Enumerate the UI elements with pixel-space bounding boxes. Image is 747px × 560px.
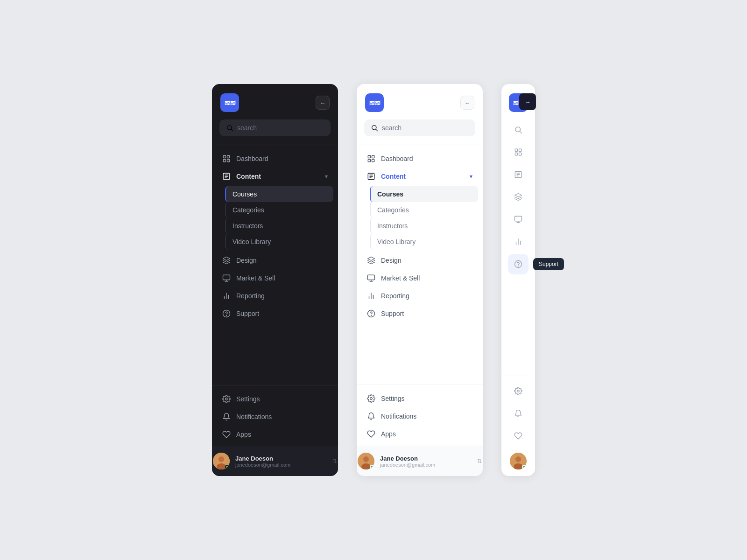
search-box-dark[interactable]: search bbox=[219, 119, 331, 136]
logo-light[interactable]: ≋≋ bbox=[365, 93, 384, 112]
icon-nav-apps[interactable] bbox=[508, 426, 529, 446]
dark-sidebar: ≋≋ ← search Dashboard Content ▾ Courses … bbox=[212, 84, 338, 476]
sidebar-item-support-light[interactable]: Support bbox=[361, 305, 478, 322]
sidebar-item-reporting-dark[interactable]: Reporting bbox=[217, 287, 333, 305]
sidebar-item-label-market-dark: Market & Sell bbox=[236, 274, 328, 282]
svg-rect-23 bbox=[372, 155, 374, 158]
sidebar-item-label-content-dark: Content bbox=[236, 173, 319, 180]
icon-nav-dashboard[interactable] bbox=[508, 142, 529, 162]
sidebar-item-label-support-dark: Support bbox=[236, 310, 328, 317]
icon-nav-search[interactable] bbox=[508, 119, 529, 140]
icon-nav-settings[interactable] bbox=[508, 381, 529, 401]
divider-dark-top bbox=[212, 145, 338, 145]
user-info-light: Jane Doeson janedoeson@gmail.com bbox=[380, 455, 472, 468]
svg-point-58 bbox=[515, 456, 521, 462]
bell-icon-dark bbox=[222, 413, 231, 421]
svg-point-34 bbox=[368, 310, 375, 317]
reporting-icon-light bbox=[367, 292, 375, 300]
expand-button-icon-sidebar[interactable]: → bbox=[519, 93, 536, 110]
svg-point-16 bbox=[226, 398, 228, 400]
bottom-section-dark: Settings Notifications Apps bbox=[212, 385, 338, 443]
submenu-item-categories-light[interactable]: Categories bbox=[370, 202, 478, 218]
user-footer-light[interactable]: Jane Doeson janedoeson@gmail.com ⇅ bbox=[357, 446, 483, 476]
icon-nav-support[interactable]: Support bbox=[508, 254, 529, 274]
dashboard-icon-dark bbox=[222, 154, 231, 163]
sidebar-item-label-reporting-light: Reporting bbox=[381, 292, 472, 300]
icon-nav-notifications[interactable] bbox=[508, 403, 529, 424]
svg-rect-44 bbox=[515, 153, 517, 155]
submenu-item-categories-dark[interactable]: Categories bbox=[225, 202, 333, 218]
design-icon-sidebar bbox=[514, 193, 522, 201]
icon-nav-content[interactable] bbox=[508, 164, 529, 185]
content-icon-dark bbox=[222, 172, 231, 181]
svg-rect-25 bbox=[372, 160, 374, 162]
search-icon-sidebar bbox=[514, 126, 522, 134]
avatar-dark bbox=[213, 453, 230, 469]
sidebar-item-apps-dark[interactable]: Apps bbox=[217, 426, 333, 443]
sidebar-item-content-dark[interactable]: Content ▾ bbox=[217, 168, 333, 185]
avatar-online-dot-dark bbox=[225, 465, 229, 469]
sidebar-item-content-light[interactable]: Content ▾ bbox=[361, 168, 478, 185]
sidebar-item-settings-light[interactable]: Settings bbox=[361, 390, 478, 407]
submenu-item-courses-dark[interactable]: Courses bbox=[225, 186, 333, 202]
divider-light-top bbox=[357, 145, 483, 145]
user-name-dark: Jane Doeson bbox=[235, 455, 327, 462]
sidebar-item-apps-light[interactable]: Apps bbox=[361, 425, 478, 443]
icon-sidebar-header: ≋≋ → bbox=[509, 84, 528, 119]
sidebar-item-label-design-dark: Design bbox=[236, 257, 328, 264]
user-chevron-light[interactable]: ⇅ bbox=[477, 458, 482, 464]
icon-nav-reporting[interactable] bbox=[508, 231, 529, 252]
submenu-item-videolibrary-dark[interactable]: Video Library bbox=[225, 234, 333, 250]
sidebar-item-market-light[interactable]: Market & Sell bbox=[361, 269, 478, 287]
svg-rect-45 bbox=[519, 153, 521, 155]
svg-rect-10 bbox=[223, 275, 230, 280]
search-box-light[interactable]: search bbox=[364, 119, 475, 136]
sidebar-item-label-settings-light: Settings bbox=[381, 395, 472, 402]
avatar-icon-sidebar[interactable] bbox=[510, 453, 527, 469]
user-chevron-dark[interactable]: ⇅ bbox=[332, 458, 337, 464]
icon-nav-market[interactable] bbox=[508, 209, 529, 230]
svg-point-38 bbox=[363, 456, 369, 462]
market-icon-dark bbox=[222, 274, 231, 282]
sidebar-item-label-notifications-dark: Notifications bbox=[236, 413, 328, 420]
svg-point-36 bbox=[370, 398, 373, 400]
svg-rect-24 bbox=[368, 160, 370, 162]
sidebar-item-design-dark[interactable]: Design bbox=[217, 252, 333, 269]
icon-nav-design[interactable] bbox=[508, 187, 529, 207]
submenu-item-courses-light[interactable]: Courses bbox=[370, 186, 478, 202]
sidebar-item-reporting-light[interactable]: Reporting bbox=[361, 287, 478, 305]
sidebar-item-notifications-light[interactable]: Notifications bbox=[361, 407, 478, 425]
support-icon-light bbox=[367, 309, 375, 318]
logo-dark[interactable]: ≋≋ bbox=[220, 93, 239, 112]
svg-point-56 bbox=[517, 390, 520, 392]
sidebar-item-label-market-light: Market & Sell bbox=[381, 274, 472, 282]
light-sidebar-header: ≋≋ ← bbox=[357, 84, 483, 119]
sidebar-item-label-settings-dark: Settings bbox=[236, 395, 328, 403]
collapse-button-dark[interactable]: ← bbox=[316, 96, 330, 110]
search-icon-dark bbox=[226, 124, 233, 132]
design-icon-light bbox=[367, 256, 375, 265]
sidebar-item-support-dark[interactable]: Support bbox=[217, 305, 333, 322]
support-icon-dark bbox=[222, 309, 231, 318]
sidebar-item-dashboard-light[interactable]: Dashboard bbox=[361, 150, 478, 168]
svg-rect-50 bbox=[515, 216, 522, 221]
search-wrap-light: search bbox=[357, 119, 483, 143]
collapse-button-light[interactable]: ← bbox=[460, 96, 474, 110]
svg-rect-30 bbox=[368, 275, 375, 280]
sidebar-item-dashboard-dark[interactable]: Dashboard bbox=[217, 150, 333, 168]
apps-icon-sidebar bbox=[514, 432, 522, 440]
submenu-item-videolibrary-light[interactable]: Video Library bbox=[370, 234, 478, 250]
bell-icon-light bbox=[367, 412, 375, 420]
submenu-item-instructors-dark[interactable]: Instructors bbox=[225, 218, 333, 234]
sidebar-item-label-apps-dark: Apps bbox=[236, 431, 328, 438]
design-icon-dark bbox=[222, 256, 231, 265]
content-icon-light bbox=[367, 172, 375, 181]
sidebar-item-market-dark[interactable]: Market & Sell bbox=[217, 269, 333, 287]
sidebar-item-design-light[interactable]: Design bbox=[361, 252, 478, 269]
sidebar-item-notifications-dark[interactable]: Notifications bbox=[217, 408, 333, 426]
sidebar-item-label-content-light: Content bbox=[381, 173, 464, 180]
sidebar-item-settings-dark[interactable]: Settings bbox=[217, 390, 333, 408]
svg-point-18 bbox=[218, 456, 224, 462]
user-footer-dark[interactable]: Jane Doeson janedoeson@gmail.com ⇅ bbox=[212, 446, 338, 476]
submenu-item-instructors-light[interactable]: Instructors bbox=[370, 218, 478, 234]
